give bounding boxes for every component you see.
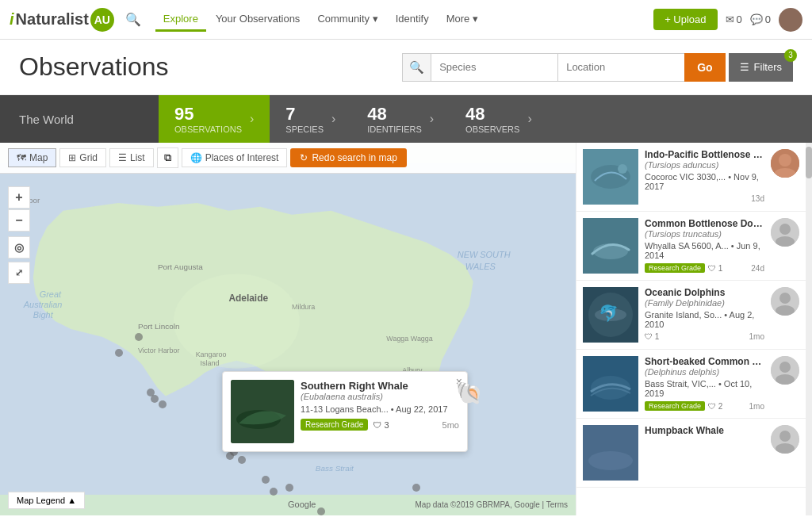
svg-text:WALES: WALES [465, 262, 496, 271]
search-icon: 🔍 [402, 53, 431, 82]
main-content: Great Australian Bight NEW SOUTH WALES P… [0, 143, 812, 515]
svg-text:Great: Great [40, 289, 62, 299]
svg-text:Adelaide: Adelaide [228, 293, 268, 304]
obs-thumbnail [583, 218, 638, 274]
obs-time: 1mo [749, 332, 764, 341]
map-dot[interactable] [159, 400, 167, 408]
stats-observers[interactable]: 48 OBSERVERS › [450, 95, 548, 143]
mail-button[interactable]: ✉ 0 [726, 13, 742, 25]
popup-shell-icon: 🐚 [455, 380, 483, 406]
upload-button[interactable]: + Upload [653, 9, 717, 30]
map-dot[interactable] [151, 395, 159, 403]
research-badge: Research Grade [645, 263, 705, 273]
map-dot[interactable] [412, 484, 420, 492]
location-input[interactable] [557, 53, 684, 82]
nav-explore[interactable]: Explore [155, 8, 206, 32]
nav-search-icon[interactable]: 🔍 [125, 12, 141, 27]
right-panel: Indo-Pacific Bottlenose D... (Tursiops a… [576, 143, 806, 515]
map-tab-list[interactable]: ☰ List [109, 148, 154, 167]
scrollbar[interactable] [806, 143, 812, 515]
obs-time: 1mo [749, 402, 764, 411]
expand-button[interactable]: ⤢ [8, 262, 30, 284]
redo-search-button[interactable]: ↻ Redo search in map [290, 148, 406, 167]
stats-world: The World [0, 95, 159, 143]
svg-text:Wagga Wagga: Wagga Wagga [386, 335, 432, 343]
map-tab-grid[interactable]: ⊞ Grid [59, 148, 106, 167]
map-legend-button[interactable]: Map Legend ▲ [8, 492, 85, 509]
svg-text:Victor Harbor: Victor Harbor [138, 347, 180, 354]
nav-your-observations[interactable]: Your Observations [208, 8, 308, 32]
locate-button[interactable]: ◎ [8, 236, 30, 258]
popup-location: 11-13 Logans Beach... • Aug 22, 2017 [301, 404, 459, 414]
popup-title: Southern Right Whale [301, 380, 459, 392]
obs-location: Whyalla SA 5600, A... • Jun 9, 2014 [645, 241, 764, 260]
go-button[interactable]: Go [684, 53, 725, 82]
obs-title: Common Bottlenose Dolp... [645, 218, 764, 229]
svg-text:Mildura: Mildura [292, 303, 315, 311]
obs-location: Bass Strait, VIC,... • Oct 10, 2019 [645, 379, 764, 398]
stats-observations[interactable]: 95 OBSERVATIONS › [159, 95, 270, 143]
svg-point-30 [779, 224, 791, 235]
map-svg: Great Australian Bight NEW SOUTH WALES P… [0, 143, 576, 515]
observers-arrow: › [527, 112, 531, 126]
nav-links: Explore Your Observations Community ▾ Id… [155, 8, 486, 32]
scrollbar-thumb[interactable] [806, 147, 812, 178]
stats-species[interactable]: 7 SPECIES › [270, 95, 351, 143]
svg-text:Bass Strait: Bass Strait [316, 464, 354, 473]
filters-button[interactable]: ☰ Filters 3 [729, 53, 793, 82]
map-tab-map[interactable]: 🗺 Map [8, 148, 56, 167]
page-header: Observations 🔍 Go ☰ Filters 3 [0, 40, 812, 95]
species-arrow: › [331, 112, 335, 126]
map-dot[interactable] [317, 507, 325, 515]
nav-more[interactable]: More ▾ [439, 8, 486, 32]
map-dot[interactable] [115, 349, 123, 357]
svg-point-37 [779, 293, 791, 304]
obs-scientific: (Delphinus delphis) [645, 367, 764, 377]
obs-title: Oceanic Dolphins [645, 287, 764, 298]
obs-title: Humpback Whale [645, 425, 764, 436]
nav-identify[interactable]: Identify [388, 8, 437, 32]
obs-location: Cocoroc VIC 3030,... • Nov 9, 2017 [645, 172, 764, 191]
observations-arrow: › [250, 112, 254, 126]
identifiers-arrow: › [430, 112, 434, 126]
obs-thumbnail [583, 425, 638, 481]
map-dot[interactable] [262, 476, 270, 484]
layers-button[interactable]: ⧉ [157, 147, 178, 168]
svg-text:Island: Island [201, 359, 220, 367]
observation-item[interactable]: 🐬 Oceanic Dolphins (Family Delphinidae) … [576, 281, 806, 350]
shield-count: 🛡 1 [708, 264, 722, 273]
svg-text:NEW SOUTH: NEW SOUTH [458, 250, 511, 259]
svg-text:Bight: Bight [33, 310, 54, 320]
nav-community[interactable]: Community ▾ [309, 8, 385, 32]
obs-title: Indo-Pacific Bottlenose D... [645, 149, 764, 160]
logo[interactable]: i Naturalist AU [10, 8, 114, 32]
observation-item[interactable]: Common Bottlenose Dolp... (Tursiops trun… [576, 212, 806, 281]
svg-point-42 [779, 362, 791, 373]
popup-shield-icon: 🛡 3 [373, 420, 389, 430]
observation-item[interactable]: Short-beaked Common D... (Delphinus delp… [576, 350, 806, 419]
map-dot[interactable] [270, 488, 278, 496]
logo-circle: AU [90, 8, 114, 32]
avatar[interactable] [779, 8, 802, 32]
species-input[interactable] [431, 53, 557, 82]
obs-avatar [771, 149, 799, 178]
observation-item[interactable]: Indo-Pacific Bottlenose D... (Tursiops a… [576, 143, 806, 212]
zoom-in-button[interactable]: + [8, 186, 30, 209]
map-popup: × Southern Right Whale (Eubalaena austra… [222, 371, 468, 452]
svg-point-2 [174, 274, 300, 368]
obs-avatar [771, 218, 799, 247]
map-credit: Map data ©2019 GBRMPA, Google | Terms [416, 500, 568, 509]
chat-button[interactable]: 💬 0 [750, 13, 771, 25]
places-button[interactable]: 🌐 Places of Interest [182, 148, 288, 167]
map-dot[interactable] [238, 456, 246, 464]
observation-item[interactable]: Humpback Whale [576, 419, 806, 488]
map-dot[interactable] [135, 333, 143, 341]
popup-image [231, 380, 294, 443]
stats-identifiers[interactable]: 48 IDENTIFIERS › [351, 95, 450, 143]
svg-text:Port Augusta: Port Augusta [158, 262, 203, 271]
page-title: Observations [19, 52, 169, 82]
map-dot[interactable] [285, 484, 293, 492]
map-dot[interactable] [226, 452, 234, 460]
svg-text:Port Lincoln: Port Lincoln [138, 322, 179, 331]
zoom-out-button[interactable]: − [8, 209, 30, 232]
